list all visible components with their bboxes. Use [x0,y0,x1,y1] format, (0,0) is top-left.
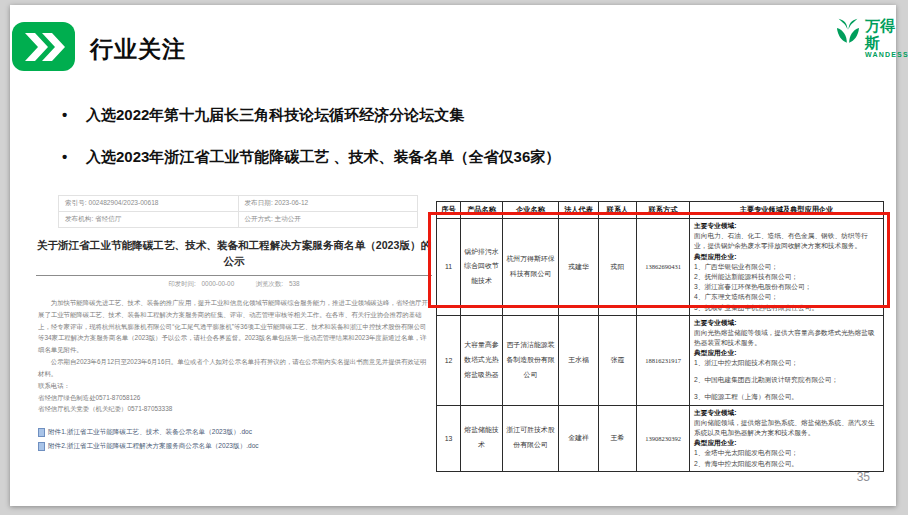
cell-product: 大容量高参数塔式光热熔盐吸热器 [461,315,503,405]
meta-index-cell: 索引号: 002482904/2023-00618 [59,196,239,212]
announcement-subline: 印发时间: 0000-00-00 浏览次数: 538 [30,280,438,289]
table-header-row: 序号 产品名称 企业名称 法人代表 联系人 联系方式 主要专业领域及典型应用企业 [437,202,884,219]
meta-agency-value: 省经信厅 [95,215,121,222]
attachment-text: 附件1.浙江省工业节能降碳工艺、技术、装备公示名单（2023版）.doc [48,428,252,437]
bullet-list: • 入选2022年第十九届长三角科技论坛循环经济分论坛文集 • 入选2023年浙… [62,104,722,188]
cell-contact: 戎阳 [599,219,637,316]
apps-label: 典型应用企业: [694,348,879,358]
app-item: 2、中国电建集团西北勘测设计研究院有限公司； [694,375,879,385]
meta-index-value: 002482904/2023-00618 [88,199,158,206]
cell-product: 锅炉排污水综合回收节能技术 [461,219,503,316]
col-header-phone: 联系方式 [637,202,690,219]
cell-no: 11 [437,219,461,316]
cell-product: 熔盐储能技术 [461,405,503,471]
meta-pubdate-cell: 发布日期: 2023-06-12 [238,196,418,212]
double-chevron-icon [12,22,75,71]
views-value: 538 [289,280,300,287]
cell-legal-rep: 金建祥 [559,405,599,471]
meta-agency-label: 发布机构: [65,215,93,222]
col-header-company: 企业名称 [503,202,559,219]
provider-table: 序号 产品名称 企业名称 法人代表 联系人 联系方式 主要专业领域及典型应用企业… [436,201,884,472]
bullet-item-2: • 入选2023年浙江省工业节能降碳工艺 、技术、装备名单（全省仅36家） [62,146,722,167]
meta-agency-cell: 发布机构: 省经信厅 [59,212,239,228]
table-row: 12 大容量高参数塔式光热熔盐吸热器 西子清洁能源装备制造股份有限公司 王水福 … [437,315,884,405]
logo-plant-icon [834,17,862,49]
issue-time-value: 0000-00-00 [202,280,235,287]
bullet-dot: • [62,104,86,125]
cell-company: 浙江可胜技术股份有限公司 [503,405,559,471]
col-header-domain: 主要专业领域及典型应用企业 [690,202,884,219]
attachment-link-1[interactable]: 附件1.浙江省工业节能降碳工艺、技术、装备公示名单（2023版）.doc [38,428,430,437]
announcement-meta-table: 索引号: 002482904/2023-00618 发布日期: 2023-06-… [58,195,418,228]
cell-domain-detail: 主要专业领域: 面向储能领域，提供熔盐加热系统、熔盐储热系统、蒸汽发生系统以及电… [690,405,884,471]
domain-text: 面向光热熔盐储能等领域，提供大容量高参数塔式光热熔盐吸热器装置和技术服务。 [694,328,879,348]
app-item: 1、浙江中控太阳能技术有限公司； [694,358,879,368]
logo-name-cn: 万得斯 [865,17,908,51]
meta-pubdate-label: 发布日期: [245,199,273,206]
cell-no: 13 [437,405,461,471]
col-header-contact: 联系人 [599,202,637,219]
doc-file-icon [38,428,45,437]
logo-name-en: WANDESS [865,51,908,58]
col-header-product: 产品名称 [461,202,503,219]
domain-label: 主要专业领域: [694,318,879,328]
page-title: 行业关注 [90,34,186,65]
issue-time-label: 印发时间: [168,280,195,287]
meta-pubdate-value: 2023-06-12 [275,199,309,206]
bullet-item-1: • 入选2022年第十九届长三角科技论坛循环经济分论坛文集 [62,104,722,125]
announcement-paragraph: 联系电话： [38,380,430,392]
provider-table-panel: 序号 产品名称 企业名称 法人代表 联系人 联系方式 主要专业领域及典型应用企业… [425,196,903,481]
domain-label: 主要专业领域: [694,221,879,231]
cell-company: 西子清洁能源装备制造股份有限公司 [503,315,559,405]
cell-phone: 18816231917 [637,315,690,405]
bullet-text: 入选2022年第十九届长三角科技论坛循环经济分论坛文集 [86,104,464,125]
divider-line [36,275,432,276]
app-item: 1、金塔中光太阳能发电有限公司； [694,448,879,458]
screenshot-stage: 行业关注 万得斯 WANDESS • 入选2022年第十九届长三角科技论坛循环经… [0,0,908,515]
attachment-list: 附件1.浙江省工业节能降碳工艺、技术、装备公示名单（2023版）.doc 附件2… [38,428,430,451]
meta-mode-value: 主动公开 [275,215,301,222]
cell-legal-rep: 王水福 [559,315,599,405]
page-number: 35 [857,470,870,484]
attachment-text: 附件2.浙江省工业节能降碳工程解决方案服务商公示名单（2023版）.doc [48,442,259,451]
apps-list: 1、广西华银铝业有限公司； 2、抚州能达新能源科技有限公司； 3、浙江富春江环保… [694,262,879,313]
meta-mode-cell: 公开方式: 主动公开 [238,212,418,228]
views-label: 浏览次数: [256,280,283,287]
app-item: 3、浙江富春江环保热电股份有限公司； [694,282,879,292]
attachment-link-2[interactable]: 附件2.浙江省工业节能降碳工程解决方案服务商公示名单（2023版）.doc [38,442,430,451]
company-logo: 万得斯 WANDESS [834,17,908,58]
app-item: 2、抚州能达新能源科技有限公司； [694,272,879,282]
announcement-paragraph: 为加快节能降碳先进工艺、技术、装备的推广应用，提升工业和信息化领域节能降碳综合服… [38,297,430,356]
apps-label: 典型应用企业: [694,252,879,262]
cell-legal-rep: 戎建华 [559,219,599,316]
table-row: 11 锅炉排污水综合回收节能技术 杭州万得斯环保科技有限公司 戎建华 戎阳 13… [437,219,884,316]
app-item: 3、中能源工程（上海）有限公司。 [694,392,879,402]
app-item: 5、抚顺矿业集团中机热电有限责任公司。 [694,303,879,313]
apps-list: 1、浙江中控太阳能技术有限公司； 2、中国电建集团西北勘测设计研究院有限公司； … [694,358,879,402]
announcement-title: 关于浙江省工业节能降碳工艺、技术、装备和工程解决方案服务商名单（2023版）的公… [30,237,438,270]
cell-contact: 张霞 [599,315,637,405]
table-row: 13 熔盐储能技术 浙江可胜技术股份有限公司 金建祥 王希 1390823039… [437,405,884,471]
cell-contact: 王希 [599,405,637,471]
cell-phone: 13908230392 [637,405,690,471]
logo-text: 万得斯 WANDESS [865,17,908,58]
domain-text: 面向电力、石油、化工、造纸、有色金属、钢铁、纺织等行业，提供锅炉余热废水零排放回… [694,231,879,251]
cell-phone: 13862690431 [637,219,690,316]
announcement-paragraph: 公示期自2023年6月12日至2023年6月16日。单位或者个人如对公示名单持有… [38,356,430,380]
cell-company: 杭州万得斯环保科技有限公司 [503,219,559,316]
announcement-body: 为加快节能降碳先进工艺、技术、装备的推广应用，提升工业和信息化领域节能降碳综合服… [38,297,430,415]
col-header-legal-rep: 法人代表 [559,202,599,219]
doc-file-icon [38,442,45,451]
apps-list: 1、金塔中光太阳能发电有限公司； 2、青海中控太阳能发电有限公司。 [694,448,879,468]
col-header-no: 序号 [437,202,461,219]
announcement-paragraph: 省经信厅机关党委（机关纪委）0571-87053338 [38,403,430,415]
bullet-text: 入选2023年浙江省工业节能降碳工艺 、技术、装备名单（全省仅36家） [86,146,560,167]
domain-label: 主要专业领域: [694,408,879,418]
announcement-document: 索引号: 002482904/2023-00618 发布日期: 2023-06-… [30,195,438,456]
meta-mode-label: 公开方式: [245,215,273,222]
cell-domain-detail: 主要专业领域: 面向光热熔盐储能等领域，提供大容量高参数塔式光热熔盐吸热器装置和… [690,315,884,405]
cell-no: 12 [437,315,461,405]
apps-label: 典型应用企业: [694,438,879,448]
meta-index-label: 索引号: [65,199,87,206]
bullet-dot: • [62,146,86,167]
